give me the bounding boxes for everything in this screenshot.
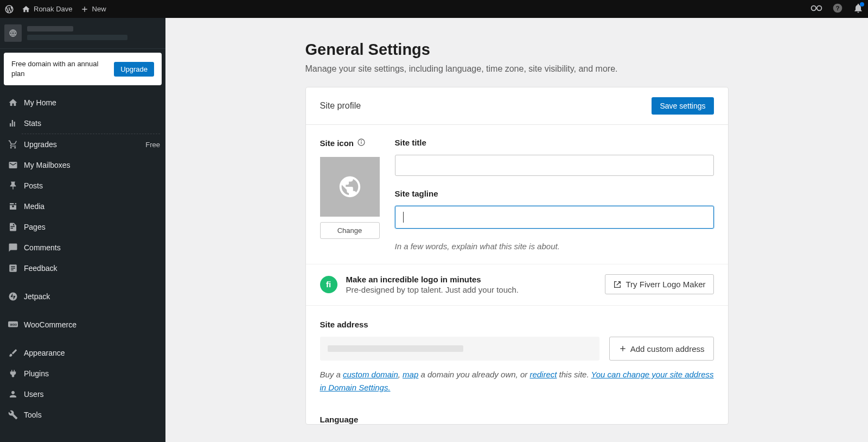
stats-icon <box>8 118 18 129</box>
nav-feedback[interactable]: Feedback <box>0 258 165 279</box>
user-icon <box>8 389 18 400</box>
tagline-helper: In a few words, explain what this site i… <box>395 242 714 251</box>
svg-text:woo: woo <box>10 323 17 326</box>
language-section: Language <box>306 396 728 424</box>
site-tagline-label: Site tagline <box>395 189 714 198</box>
pages-icon <box>8 222 18 232</box>
topbar-new-button[interactable]: New <box>80 5 106 14</box>
nav-comments[interactable]: Comments <box>0 237 165 258</box>
nav-appearance[interactable]: Appearance <box>0 343 165 363</box>
site-tagline-input[interactable] <box>395 206 714 229</box>
site-address-section: Site address Add custom address Buy a cu… <box>306 305 728 396</box>
fiverr-promo: fi Make an incredible logo in minutes Pr… <box>306 264 728 305</box>
home-icon <box>8 97 18 108</box>
help-icon[interactable]: ? <box>832 3 843 15</box>
reader-icon[interactable] <box>810 5 822 13</box>
main-content: General Settings Manage your site settin… <box>165 18 868 442</box>
svg-point-0 <box>812 6 816 11</box>
nav-users[interactable]: Users <box>0 384 165 405</box>
nav-tools[interactable]: Tools <box>0 405 165 425</box>
nav-jetpack[interactable]: Jetpack <box>0 286 165 307</box>
page-subtitle: Manage your site settings, including lan… <box>305 64 729 74</box>
brush-icon <box>8 348 18 358</box>
nav-pages[interactable]: Pages <box>0 217 165 237</box>
nav-home[interactable]: My Home <box>0 92 165 113</box>
nav-media[interactable]: Media <box>0 196 165 217</box>
topbar-site-name: Ronak Dave <box>34 5 73 13</box>
nav-mailboxes[interactable]: My Mailboxes <box>0 155 165 175</box>
admin-sidebar: Free domain with an annual plan Upgrade … <box>0 18 165 442</box>
plugin-icon <box>8 368 18 379</box>
svg-point-5 <box>9 293 17 301</box>
card-title: Site profile <box>320 101 361 111</box>
pin-icon <box>8 180 18 191</box>
custom-domain-link[interactable]: custom domain <box>343 370 398 379</box>
site-name-placeholder <box>27 26 73 31</box>
upgrade-text: Free domain with an annual plan <box>11 59 108 79</box>
save-settings-button[interactable]: Save settings <box>652 97 713 115</box>
address-display <box>320 337 599 361</box>
cart-icon <box>8 139 18 150</box>
site-url-placeholder <box>27 35 127 40</box>
site-title-input[interactable] <box>395 155 714 176</box>
svg-point-10 <box>361 141 362 141</box>
topbar-site-link[interactable]: Ronak Dave <box>22 5 73 14</box>
site-avatar-icon <box>4 24 22 42</box>
wordpress-logo-icon[interactable] <box>4 4 14 14</box>
mail-icon <box>8 160 18 171</box>
admin-topbar: Ronak Dave New ? <box>0 0 868 18</box>
add-custom-address-button[interactable]: Add custom address <box>609 337 714 361</box>
svg-point-1 <box>817 6 822 11</box>
site-switcher[interactable] <box>0 18 165 49</box>
notification-dot <box>860 2 864 7</box>
site-icon-preview <box>320 157 380 217</box>
fiverr-subtitle: Pre-designed by top talent. Just add you… <box>346 285 596 294</box>
fiverr-title: Make an incredible logo in minutes <box>346 275 596 284</box>
comment-icon <box>8 242 18 253</box>
nav-woocommerce[interactable]: wooWooCommerce <box>0 314 165 335</box>
page-title: General Settings <box>305 41 729 59</box>
address-label: Site address <box>320 320 714 329</box>
media-icon <box>8 201 18 212</box>
info-icon[interactable] <box>357 138 366 148</box>
address-helper: Buy a custom domain, map a domain you al… <box>320 368 714 394</box>
language-label: Language <box>320 415 714 424</box>
upgrade-button[interactable]: Upgrade <box>114 62 154 77</box>
notifications-icon[interactable] <box>853 3 864 15</box>
svg-text:?: ? <box>835 4 839 11</box>
change-icon-button[interactable]: Change <box>320 222 380 239</box>
woo-icon: woo <box>8 319 18 330</box>
nav-plugins[interactable]: Plugins <box>0 363 165 384</box>
feedback-icon <box>8 263 18 274</box>
topbar-new-label: New <box>92 5 106 13</box>
nav-stats[interactable]: Stats <box>0 113 165 134</box>
upgrades-badge: Free <box>145 141 160 149</box>
fiverr-button[interactable]: Try Fiverr Logo Maker <box>605 274 714 294</box>
site-profile-card: Site profile Save settings Site icon <box>305 87 729 425</box>
site-title-label: Site title <box>395 138 714 147</box>
map-domain-link[interactable]: map <box>403 370 418 379</box>
nav-posts[interactable]: Posts <box>0 175 165 196</box>
redirect-link[interactable]: redirect <box>529 370 557 379</box>
upgrade-card: Free domain with an annual plan Upgrade <box>4 53 162 85</box>
wrench-icon <box>8 409 18 420</box>
nav-upgrades[interactable]: UpgradesFree <box>0 134 165 155</box>
jetpack-icon <box>8 291 18 302</box>
site-icon-label: Site icon <box>320 138 354 148</box>
sidebar-nav: My Home Stats UpgradesFree My Mailboxes … <box>0 89 165 425</box>
fiverr-icon: fi <box>320 276 337 293</box>
